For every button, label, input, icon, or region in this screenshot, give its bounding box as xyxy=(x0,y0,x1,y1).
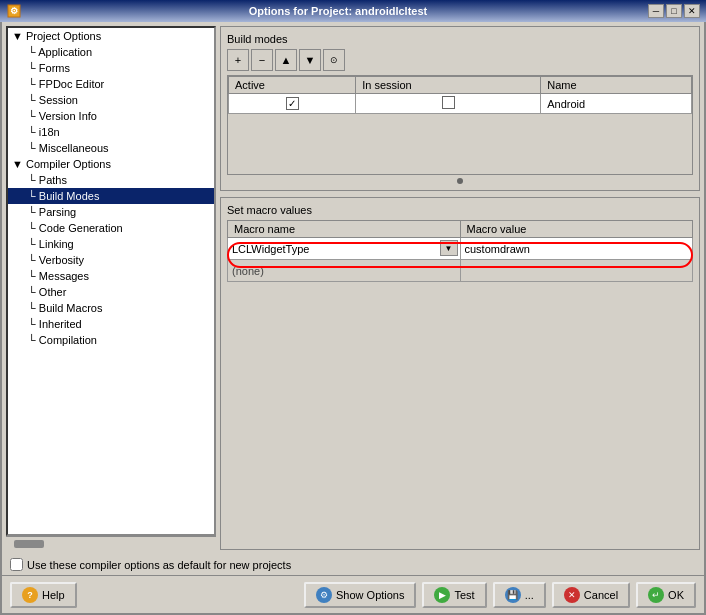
svg-text:⚙: ⚙ xyxy=(10,6,18,16)
tree-item-label-compiler-options: ▼ Compiler Options xyxy=(12,158,111,170)
save-label: ... xyxy=(525,589,534,601)
tree-item-fpdoc-editor[interactable]: └ FPDoc Editor xyxy=(8,76,214,92)
in-session-cell[interactable] xyxy=(356,94,541,114)
tree-item-miscellaneous[interactable]: └ Miscellaneous xyxy=(8,140,214,156)
test-icon: ▶ xyxy=(434,587,450,603)
tree-item-build-modes[interactable]: └ Build Modes xyxy=(8,188,214,204)
tree-item-label-version-info: └ Version Info xyxy=(28,110,97,122)
active-cell[interactable]: ✓ xyxy=(229,94,356,114)
macro-dropdown-button[interactable]: ▼ xyxy=(440,240,458,256)
macro-name-cell: (none) xyxy=(228,260,461,282)
right-panel: Build modes + − ▲ ▼ ⊙ Active In session xyxy=(220,26,700,550)
bottom-checkbox-area: Use these compiler options as default fo… xyxy=(2,554,704,575)
tree-item-label-paths: └ Paths xyxy=(28,174,67,186)
tree-item-label-i18n: └ i18n xyxy=(28,126,60,138)
close-button[interactable]: ✕ xyxy=(684,4,700,18)
help-label: Help xyxy=(42,589,65,601)
show-options-icon: ⚙ xyxy=(316,587,332,603)
tree-item-label-parsing: └ Parsing xyxy=(28,206,76,218)
move-down-button[interactable]: ▼ xyxy=(299,49,321,71)
move-up-button[interactable]: ▲ xyxy=(275,49,297,71)
tree-item-label-forms: └ Forms xyxy=(28,62,70,74)
build-modes-table-wrap: Active In session Name ✓ Android xyxy=(227,75,693,175)
horizontal-scrollbar[interactable] xyxy=(6,536,216,550)
test-button[interactable]: ▶ Test xyxy=(422,582,486,608)
tree-item-label-messages: └ Messages xyxy=(28,270,89,282)
tree-item-parsing[interactable]: └ Parsing xyxy=(8,204,214,220)
tree-item-label-fpdoc-editor: └ FPDoc Editor xyxy=(28,78,104,90)
tree-item-label-other: └ Other xyxy=(28,286,66,298)
remove-build-mode-button[interactable]: − xyxy=(251,49,273,71)
help-button[interactable]: ? Help xyxy=(10,582,77,608)
left-panel: ▼ Project Options└ Application└ Forms└ F… xyxy=(6,26,216,550)
macro-table: Macro name Macro value ▼ (none) xyxy=(227,220,693,282)
dialog: ▼ Project Options└ Application└ Forms└ F… xyxy=(0,22,706,615)
build-modes-body: ✓ Android xyxy=(229,94,692,114)
copy-button[interactable]: ⊙ xyxy=(323,49,345,71)
tree-item-label-session: └ Session xyxy=(28,94,78,106)
help-icon: ? xyxy=(22,587,38,603)
tree-item-compilation[interactable]: └ Compilation xyxy=(8,332,214,348)
footer: ? Help ⚙ Show Options ▶ Test 💾 ... ✕ Can… xyxy=(2,575,704,613)
tree-item-build-macros[interactable]: └ Build Macros xyxy=(8,300,214,316)
name-cell: Android xyxy=(541,94,692,114)
tree-item-inherited[interactable]: └ Inherited xyxy=(8,316,214,332)
build-modes-toolbar: + − ▲ ▼ ⊙ xyxy=(227,49,693,71)
add-build-mode-button[interactable]: + xyxy=(227,49,249,71)
active-checkbox[interactable]: ✓ xyxy=(286,97,299,110)
tree-item-other[interactable]: └ Other xyxy=(8,284,214,300)
maximize-button[interactable]: □ xyxy=(666,4,682,18)
default-checkbox[interactable] xyxy=(10,558,23,571)
col-macro-name: Macro name xyxy=(228,221,461,238)
tree-item-version-info[interactable]: └ Version Info xyxy=(8,108,214,124)
test-label: Test xyxy=(454,589,474,601)
macro-name-cell[interactable]: ▼ xyxy=(228,238,461,260)
cancel-icon: ✕ xyxy=(564,587,580,603)
minimize-button[interactable]: ─ xyxy=(648,4,664,18)
tree-item-label-build-macros: └ Build Macros xyxy=(28,302,102,314)
table-row[interactable]: (none) xyxy=(228,260,693,282)
save-button[interactable]: 💾 ... xyxy=(493,582,546,608)
col-name: Name xyxy=(541,77,692,94)
build-modes-table: Active In session Name ✓ Android xyxy=(228,76,692,114)
macro-name-input[interactable] xyxy=(228,241,460,257)
macro-value-input[interactable] xyxy=(461,241,693,257)
content-area: ▼ Project Options└ Application└ Forms└ F… xyxy=(2,22,704,554)
ok-icon: ↵ xyxy=(648,587,664,603)
macro-values-label: Set macro values xyxy=(227,204,693,216)
ok-button[interactable]: ↵ OK xyxy=(636,582,696,608)
tree-item-compiler-options[interactable]: ▼ Compiler Options xyxy=(8,156,214,172)
tree-item-linking[interactable]: └ Linking xyxy=(8,236,214,252)
macro-value-cell[interactable] xyxy=(460,238,693,260)
window-controls: ─ □ ✕ xyxy=(648,4,700,18)
tree-item-label-project-options: ▼ Project Options xyxy=(12,30,101,42)
save-icon: 💾 xyxy=(505,587,521,603)
table-row[interactable]: ▼ xyxy=(228,238,693,260)
show-options-button[interactable]: ⚙ Show Options xyxy=(304,582,416,608)
in-session-checkbox[interactable] xyxy=(442,96,455,109)
tree-item-i18n[interactable]: └ i18n xyxy=(8,124,214,140)
tree-item-session[interactable]: └ Session xyxy=(8,92,214,108)
tree-item-application[interactable]: └ Application xyxy=(8,44,214,60)
table-row[interactable]: ✓ Android xyxy=(229,94,692,114)
tree-item-messages[interactable]: └ Messages xyxy=(8,268,214,284)
tree-item-project-options[interactable]: ▼ Project Options xyxy=(8,28,214,44)
scroll-indicator xyxy=(457,178,463,184)
col-macro-value: Macro value xyxy=(460,221,693,238)
tree-item-label-verbosity: └ Verbosity xyxy=(28,254,84,266)
cancel-button[interactable]: ✕ Cancel xyxy=(552,582,630,608)
options-tree: ▼ Project Options└ Application└ Forms└ F… xyxy=(8,28,214,348)
title-bar: ⚙ Options for Project: androidlcltest ─ … xyxy=(0,0,706,22)
tree-item-label-miscellaneous: └ Miscellaneous xyxy=(28,142,109,154)
default-checkbox-label: Use these compiler options as default fo… xyxy=(27,559,291,571)
tree-item-label-application: └ Application xyxy=(28,46,92,58)
tree-item-code-generation[interactable]: └ Code Generation xyxy=(8,220,214,236)
cancel-label: Cancel xyxy=(584,589,618,601)
build-modes-label: Build modes xyxy=(227,33,693,45)
tree-item-verbosity[interactable]: └ Verbosity xyxy=(8,252,214,268)
tree-item-label-inherited: └ Inherited xyxy=(28,318,82,330)
tree-item-forms[interactable]: └ Forms xyxy=(8,60,214,76)
col-in-session: In session xyxy=(356,77,541,94)
macro-values-section: Set macro values Macro name Macro value … xyxy=(220,197,700,550)
tree-item-paths[interactable]: └ Paths xyxy=(8,172,214,188)
